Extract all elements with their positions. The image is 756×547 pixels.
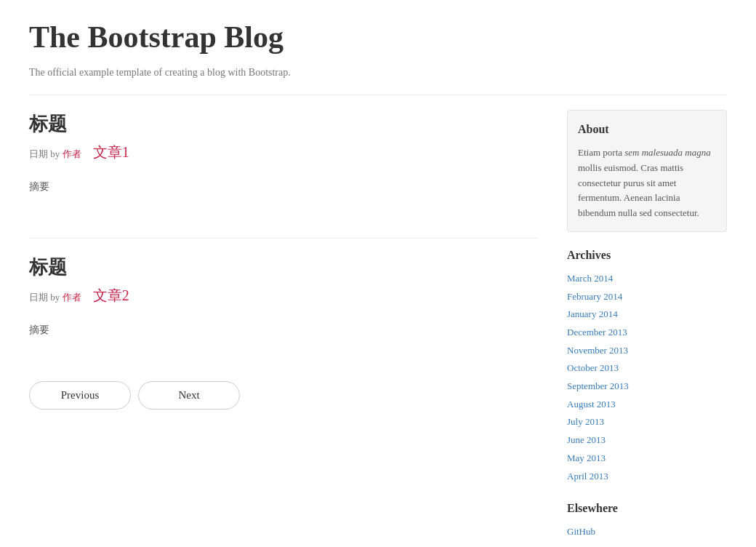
archive-link[interactable]: December 2013 <box>567 324 727 342</box>
archive-link[interactable]: September 2013 <box>567 378 727 396</box>
post-2-by: by <box>50 292 60 303</box>
post-2-meta: 日期 by 作者 文章2 <box>29 284 538 314</box>
about-text: Etiam porta sem malesuada magna mollis e… <box>578 145 716 221</box>
archive-link[interactable]: April 2013 <box>567 468 727 486</box>
archive-link[interactable]: May 2013 <box>567 450 727 468</box>
archive-link[interactable]: March 2014 <box>567 270 727 288</box>
sidebar: About Etiam porta sem malesuada magna mo… <box>567 110 727 547</box>
post-2-summary: 摘要 <box>29 322 538 338</box>
archive-link[interactable]: July 2013 <box>567 413 727 431</box>
divider-1 <box>29 238 538 239</box>
post-1-date: 日期 <box>29 148 48 159</box>
archives-heading: Archives <box>567 247 727 264</box>
post-2-title: 标题 <box>29 253 538 282</box>
archive-link[interactable]: August 2013 <box>567 396 727 414</box>
archive-link[interactable]: June 2013 <box>567 431 727 450</box>
site-title: The Bootstrap Blog <box>29 15 727 60</box>
about-text-italic: sem malesuada magna <box>624 147 710 158</box>
blog-post-2: 标题 日期 by 作者 文章2 摘要 <box>29 253 538 359</box>
previous-button[interactable]: Previous <box>29 381 131 410</box>
elsewhere-link[interactable]: Twitter <box>567 541 727 547</box>
main-content: 标题 日期 by 作者 文章1 摘要 标题 日期 by 作者 <box>29 110 538 547</box>
elsewhere-link[interactable]: GitHub <box>567 523 727 541</box>
about-text-before: Etiam porta <box>578 147 624 158</box>
post-1-by: by <box>50 148 60 159</box>
post-2-date: 日期 <box>29 292 48 303</box>
archive-link[interactable]: November 2013 <box>567 342 727 360</box>
post-1-author: 作者 <box>63 148 81 159</box>
archive-link[interactable]: January 2014 <box>567 306 727 324</box>
elsewhere-links: GitHubTwitterFacebook <box>567 523 727 547</box>
archives-section: Archives March 2014February 2014January … <box>567 247 727 485</box>
archive-link[interactable]: October 2013 <box>567 359 727 378</box>
about-text-after: mollis euismod. Cras mattis consectetur … <box>578 162 699 218</box>
post-1-link[interactable]: 文章1 <box>93 141 129 163</box>
about-section: About Etiam porta sem malesuada magna mo… <box>567 110 727 232</box>
pagination: Previous Next <box>29 381 538 410</box>
next-button[interactable]: Next <box>138 381 240 410</box>
site-header: The Bootstrap Blog The official example … <box>29 15 727 95</box>
elsewhere-heading: Elsewhere <box>567 500 727 517</box>
blog-post-1: 标题 日期 by 作者 文章1 摘要 <box>29 110 538 216</box>
site-subtitle: The official example template of creatin… <box>29 65 727 80</box>
post-2-author: 作者 <box>63 292 81 303</box>
post-1-title: 标题 <box>29 110 538 138</box>
elsewhere-section: Elsewhere GitHubTwitterFacebook <box>567 500 727 547</box>
post-1-meta: 日期 by 作者 文章1 <box>29 141 538 170</box>
post-2-link[interactable]: 文章2 <box>93 284 129 306</box>
about-heading: About <box>578 121 716 138</box>
archives-links: March 2014February 2014January 2014Decem… <box>567 270 727 485</box>
archive-link[interactable]: February 2014 <box>567 288 727 306</box>
post-1-summary: 摘要 <box>29 179 538 194</box>
